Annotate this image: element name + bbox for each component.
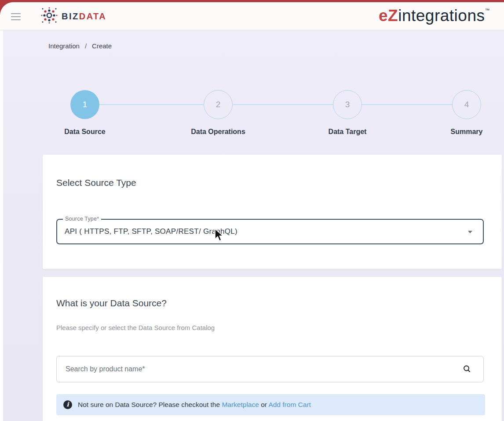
step-circle-data-target[interactable]: 3	[333, 90, 362, 119]
bizdata-logo-icon	[40, 7, 58, 26]
wizard-stepper: 1 2 3 4 Data Source Data Operations Data…	[3, 90, 504, 143]
step-circle-data-source[interactable]: 1	[70, 90, 99, 119]
search-icon[interactable]	[462, 364, 472, 374]
source-type-value: API ( HTTPS, FTP, SFTP, SOAP/REST/ Graph…	[65, 220, 237, 243]
step-label-data-operations: Data Operations	[174, 128, 262, 136]
marketplace-link[interactable]: Marketplace	[222, 401, 259, 408]
step-label-data-source: Data Source	[41, 128, 129, 136]
add-from-cart-link[interactable]: Add from Cart	[268, 401, 310, 408]
step-label-summary: Summary	[423, 128, 504, 136]
main-content: Integration / Create 1 2 3 4 Data Source…	[3, 30, 504, 421]
data-source-title: What is your Data Source?	[56, 298, 167, 308]
bizdata-wordmark: BIZDATA	[62, 11, 106, 22]
product-search-box	[56, 356, 484, 382]
step-circle-summary[interactable]: 4	[452, 90, 481, 119]
select-source-type-card: Select Source Type Source Type* API ( HT…	[43, 155, 502, 269]
data-source-hint-banner: i Not sure on Data Source? Please checko…	[56, 394, 485, 415]
step-connector-3	[362, 104, 452, 105]
step-connector-2	[233, 104, 333, 105]
ezintegrations-logo: eZintegrations™	[379, 7, 490, 25]
breadcrumb: Integration / Create	[48, 42, 112, 50]
hamburger-menu-icon[interactable]	[11, 13, 21, 20]
banner-text: Not sure on Data Source? Please checkout…	[78, 401, 311, 409]
step-connector-1	[99, 104, 204, 105]
data-source-card: What is your Data Source? Please specify…	[43, 277, 502, 421]
app-header: BIZDATA eZintegrations™	[0, 2, 504, 30]
chevron-down-icon	[468, 231, 472, 233]
product-search-input[interactable]	[57, 365, 462, 373]
source-type-select[interactable]: Source Type* API ( HTTPS, FTP, SFTP, SOA…	[56, 219, 484, 244]
step-label-data-target: Data Target	[303, 128, 391, 136]
breadcrumb-create: Create	[92, 42, 112, 50]
breadcrumb-integration[interactable]: Integration	[48, 42, 80, 50]
data-source-subtitle: Please specify or select the Data Source…	[56, 324, 215, 331]
select-source-type-title: Select Source Type	[56, 178, 136, 188]
bizdata-logo[interactable]: BIZDATA	[40, 7, 106, 26]
step-circle-data-operations[interactable]: 2	[204, 90, 233, 119]
info-icon: i	[63, 400, 72, 409]
breadcrumb-separator: /	[85, 42, 87, 50]
